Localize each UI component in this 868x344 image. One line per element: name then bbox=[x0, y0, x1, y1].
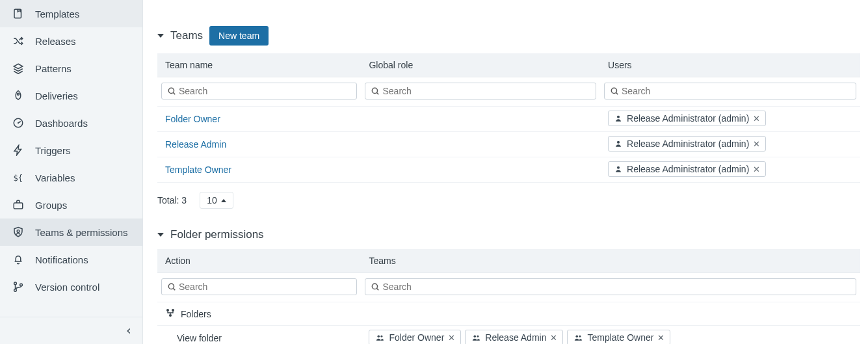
sidebar-item-variables[interactable]: Variables bbox=[0, 164, 142, 191]
table-row: Release Admin Release Administrator (adm… bbox=[157, 132, 860, 157]
branch-icon bbox=[12, 280, 25, 293]
people-icon bbox=[375, 333, 385, 342]
sidebar-item-templates[interactable]: Templates bbox=[0, 0, 142, 27]
user-chip[interactable]: Release Administrator (admin) ✕ bbox=[608, 111, 766, 126]
team-name-link[interactable]: Template Owner bbox=[157, 157, 361, 183]
sidebar-item-label: Triggers bbox=[35, 145, 70, 156]
sidebar-item-label: Dashboards bbox=[35, 118, 88, 129]
team-role-cell bbox=[361, 132, 600, 157]
people-icon bbox=[471, 333, 481, 342]
teams-search-users[interactable] bbox=[604, 83, 856, 99]
sidebar-item-triggers[interactable]: Triggers bbox=[0, 137, 142, 164]
perms-group-folders: Folders bbox=[181, 309, 211, 319]
close-icon[interactable]: ✕ bbox=[550, 333, 557, 343]
sidebar-item-teams[interactable]: Teams & permissions bbox=[0, 218, 142, 246]
teams-table: Team name Global role Users bbox=[157, 53, 860, 183]
close-icon[interactable]: ✕ bbox=[753, 165, 760, 174]
search-icon bbox=[371, 86, 380, 96]
sidebar-item-versioncontrol[interactable]: Version control bbox=[0, 273, 142, 300]
sidebar-item-deliveries[interactable]: Deliveries bbox=[0, 82, 142, 109]
sidebar: Templates Releases Patterns Deliveries D… bbox=[0, 0, 143, 344]
teams-total-row: Total: 3 10 bbox=[143, 183, 860, 209]
close-icon[interactable]: ✕ bbox=[753, 114, 760, 124]
svg-point-10 bbox=[166, 309, 169, 311]
team-users-cell: Release Administrator (admin) ✕ bbox=[600, 107, 860, 132]
user-chip[interactable]: Release Administrator (admin) ✕ bbox=[608, 161, 766, 177]
collapse-caret-icon[interactable] bbox=[157, 34, 164, 38]
perms-col-teams: Teams bbox=[361, 249, 860, 273]
teams-col-name: Team name bbox=[157, 53, 361, 77]
table-row: Folder Owner Release Administrator (admi… bbox=[157, 107, 860, 132]
people-icon bbox=[573, 333, 583, 342]
teams-page-size-selector[interactable]: 10 bbox=[200, 192, 233, 209]
svg-point-8 bbox=[373, 284, 378, 289]
sidebar-item-label: Notifications bbox=[35, 254, 88, 265]
main-content: Teams New team Team name Global role Use… bbox=[143, 0, 868, 344]
team-chip[interactable]: Release Admin ✕ bbox=[465, 330, 563, 344]
svg-point-12 bbox=[169, 314, 172, 317]
template-icon bbox=[12, 7, 25, 20]
sidebar-item-dashboards[interactable]: Dashboards bbox=[0, 109, 142, 137]
person-icon bbox=[614, 114, 623, 123]
teams-search-name[interactable] bbox=[161, 83, 357, 99]
permissions-section-header: Folder permissions bbox=[143, 209, 860, 249]
sidebar-item-patterns[interactable]: Patterns bbox=[0, 55, 142, 82]
sidebar-item-label: Teams & permissions bbox=[35, 227, 128, 238]
svg-line-7 bbox=[174, 289, 176, 291]
person-icon bbox=[614, 139, 623, 148]
chip-label: Release Admin bbox=[485, 332, 546, 343]
perm-teams-cell: Folder Owner ✕ Release Admin ✕ Template … bbox=[361, 326, 860, 345]
team-name-link[interactable]: Release Admin bbox=[157, 132, 361, 157]
shuffle-icon bbox=[12, 34, 25, 47]
close-icon[interactable]: ✕ bbox=[448, 333, 455, 343]
chip-label: Release Administrator (admin) bbox=[627, 164, 749, 174]
bolt-icon bbox=[12, 144, 25, 157]
teams-col-role: Global role bbox=[361, 53, 600, 77]
sidebar-item-label: Patterns bbox=[35, 63, 72, 74]
new-team-button[interactable]: New team bbox=[209, 26, 269, 46]
search-icon bbox=[167, 282, 176, 291]
perms-search-teams[interactable] bbox=[365, 278, 856, 295]
svg-point-2 bbox=[373, 88, 378, 93]
permissions-section-title: Folder permissions bbox=[170, 228, 264, 241]
svg-point-11 bbox=[172, 309, 174, 311]
sidebar-item-groups[interactable]: Groups bbox=[0, 191, 142, 218]
caret-up-icon bbox=[221, 199, 226, 202]
search-icon bbox=[371, 282, 380, 291]
user-chip[interactable]: Release Administrator (admin) ✕ bbox=[608, 136, 766, 152]
table-row: View folder Folder Owner ✕ Release Admin… bbox=[157, 326, 860, 345]
table-row: Template Owner Release Administrator (ad… bbox=[157, 157, 860, 183]
rocket-icon bbox=[12, 89, 25, 102]
team-role-cell bbox=[361, 107, 600, 132]
teams-section-title: Teams bbox=[170, 29, 203, 42]
close-icon[interactable]: ✕ bbox=[657, 333, 664, 343]
chip-label: Template Owner bbox=[587, 332, 653, 343]
chip-label: Release Administrator (admin) bbox=[627, 139, 749, 149]
sidebar-scroll[interactable]: Templates Releases Patterns Deliveries D… bbox=[0, 0, 142, 317]
collapse-caret-icon[interactable] bbox=[157, 233, 164, 237]
teams-col-users: Users bbox=[600, 53, 860, 77]
perms-search-action[interactable] bbox=[161, 278, 357, 295]
sidebar-item-label: Deliveries bbox=[35, 90, 78, 101]
team-chip[interactable]: Template Owner ✕ bbox=[567, 330, 670, 344]
team-role-cell bbox=[361, 157, 600, 183]
teams-search-role[interactable] bbox=[365, 83, 596, 99]
search-icon bbox=[167, 86, 176, 96]
team-name-link[interactable]: Folder Owner bbox=[157, 107, 361, 132]
close-icon[interactable]: ✕ bbox=[753, 139, 760, 149]
svg-point-6 bbox=[168, 284, 174, 289]
teams-section-header: Teams New team bbox=[143, 0, 860, 53]
teams-total-label: Total: 3 bbox=[157, 195, 187, 205]
team-chip[interactable]: Folder Owner ✕ bbox=[369, 330, 461, 344]
perm-action-cell: View folder bbox=[157, 326, 361, 345]
person-icon bbox=[614, 165, 623, 174]
sidebar-item-label: Templates bbox=[35, 8, 79, 20]
sidebar-item-releases[interactable]: Releases bbox=[0, 27, 142, 55]
svg-point-0 bbox=[168, 88, 174, 93]
perms-col-action: Action bbox=[157, 249, 361, 273]
briefcase-icon bbox=[12, 198, 25, 211]
svg-line-1 bbox=[174, 93, 176, 95]
sidebar-item-notifications[interactable]: Notifications bbox=[0, 246, 142, 273]
sidebar-collapse-toggle[interactable] bbox=[0, 317, 142, 344]
chip-label: Release Administrator (admin) bbox=[627, 113, 749, 124]
